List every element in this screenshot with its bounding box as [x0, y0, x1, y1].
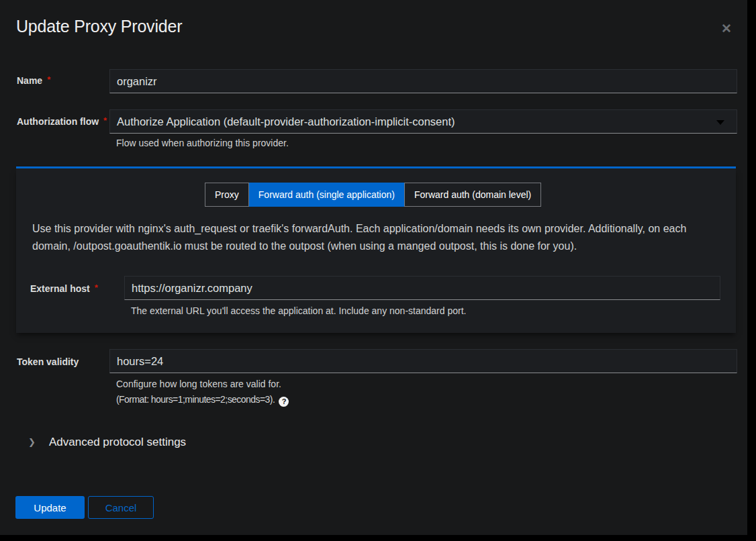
cancel-button[interactable]: Cancel: [88, 496, 154, 519]
token-validity-input[interactable]: [109, 349, 737, 373]
external-host-input[interactable]: [124, 276, 720, 300]
advanced-protocol-settings-toggle[interactable]: Advanced protocol settings: [49, 436, 186, 449]
name-label: Name*: [17, 75, 50, 87]
update-proxy-provider-modal: Update Proxy Provider ✕ Name* Authorizat…: [0, 0, 747, 535]
modal-title: Update Proxy Provider: [16, 17, 182, 36]
tab-forward-auth-single[interactable]: Forward auth (single application): [249, 183, 404, 207]
required-asterisk: *: [103, 115, 107, 126]
token-validity-format-help: (Format: hours=1;minutes=2;seconds=3).?: [116, 394, 289, 407]
tab-forward-auth-domain[interactable]: Forward auth (domain level): [404, 183, 541, 207]
tab-proxy[interactable]: Proxy: [205, 183, 249, 207]
authorization-flow-label: Authorization flow*: [17, 116, 107, 128]
external-host-help: The external URL you'll access the appli…: [131, 305, 466, 316]
authorization-flow-help: Flow used when authorizing this provider…: [116, 138, 289, 148]
proxy-mode-tabs: Proxy Forward auth (single application) …: [205, 183, 541, 207]
dropdown-caret-icon: [716, 120, 724, 125]
mode-description: Use this provider with nginx's auth_requ…: [32, 220, 686, 255]
authorization-flow-select[interactable]: Authorize Application (default-provider-…: [109, 109, 737, 134]
proxy-mode-panel: Proxy Forward auth (single application) …: [16, 168, 736, 333]
external-host-label: External host*: [30, 283, 98, 295]
required-asterisk: *: [95, 283, 98, 293]
close-icon[interactable]: ✕: [718, 20, 735, 36]
required-asterisk: *: [47, 75, 50, 85]
chevron-right-icon[interactable]: ❯: [28, 437, 36, 447]
name-input[interactable]: [109, 69, 737, 93]
question-circle-icon[interactable]: ?: [279, 397, 289, 407]
token-validity-label: Token validity: [17, 356, 79, 367]
update-button[interactable]: Update: [15, 496, 85, 519]
token-validity-help: Configure how long tokens are valid for.: [116, 379, 281, 389]
